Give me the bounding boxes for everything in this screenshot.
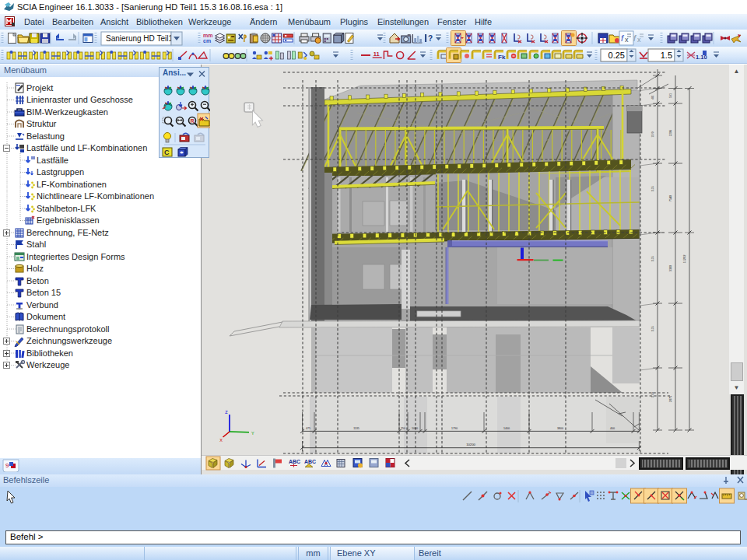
svg-text:R: R <box>191 118 195 124</box>
svg-text:1135: 1135 <box>651 256 654 261</box>
svg-text:475: 475 <box>306 427 310 430</box>
svg-text:11: 11 <box>374 51 380 58</box>
svg-text:1135: 1135 <box>651 326 654 331</box>
svg-text:C: C <box>164 149 170 156</box>
svg-text:1.5: 1.5 <box>661 51 672 60</box>
svg-text:7540: 7540 <box>669 195 672 201</box>
svg-text:1135: 1135 <box>353 427 359 430</box>
svg-text:ABC: ABC <box>304 459 316 464</box>
svg-text:Y: Y <box>251 431 254 436</box>
svg-text:1790: 1790 <box>451 427 458 430</box>
svg-text:481: 481 <box>651 95 654 100</box>
svg-text:X: X <box>219 438 223 443</box>
svg-text:ABC: ABC <box>289 459 300 464</box>
svg-text:9: 9 <box>5 462 9 469</box>
svg-text:1170: 1170 <box>651 131 654 137</box>
svg-text:2206: 2206 <box>669 130 672 136</box>
svg-text:Fk: Fk <box>498 54 506 61</box>
svg-text:1080: 1080 <box>412 427 418 430</box>
svg-text:11292: 11292 <box>682 254 686 264</box>
svg-text:Sanierung HD Teil1: Sanierung HD Teil1 <box>106 34 173 43</box>
svg-text:3800: 3800 <box>557 427 563 430</box>
svg-text:0.25: 0.25 <box>608 51 625 60</box>
svg-text:f: f <box>633 33 637 43</box>
svg-text:400: 400 <box>610 427 615 430</box>
svg-text:1135: 1135 <box>651 186 654 191</box>
svg-text:250: 250 <box>401 427 405 430</box>
svg-text:3300: 3300 <box>669 265 672 271</box>
svg-text:10200: 10200 <box>466 443 475 446</box>
svg-text:mm: mm <box>203 33 212 38</box>
svg-text:1400: 1400 <box>503 427 510 430</box>
svg-text:1170: 1170 <box>651 392 654 397</box>
svg-text:2875: 2875 <box>669 396 672 402</box>
svg-text:cm: cm <box>203 38 211 44</box>
svg-text:591: 591 <box>669 93 672 98</box>
svg-text:?: ? <box>428 34 433 43</box>
